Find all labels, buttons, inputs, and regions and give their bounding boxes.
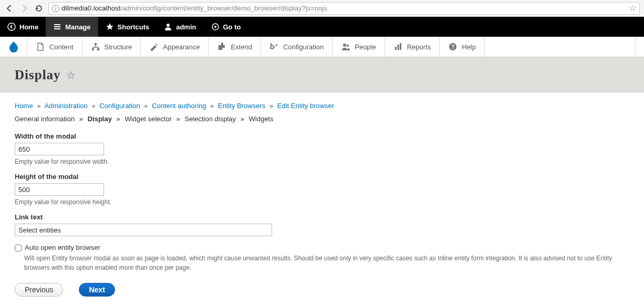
admin-menu-label: Extend [231, 43, 252, 51]
width-label: Width of the modal [15, 132, 629, 140]
breadcrumb-content-authoring[interactable]: Content authoring [152, 102, 206, 110]
admin-menu-extend[interactable]: Extend [209, 37, 261, 57]
admin-menu-label: Structure [105, 43, 132, 51]
admin-menu-label: Content [49, 43, 74, 51]
admin-menu-configuration[interactable]: Configuration [261, 37, 333, 57]
content-icon [36, 42, 45, 51]
toolbar-manage[interactable]: Manage [46, 17, 98, 37]
url-host: d8media0.localhost [61, 4, 120, 12]
target-icon [211, 23, 220, 31]
svg-rect-6 [97, 48, 99, 50]
auto-open-checkbox[interactable] [15, 245, 22, 251]
extend-icon [217, 42, 226, 51]
help-icon: ? [448, 42, 458, 51]
forward-button[interactable] [19, 3, 29, 14]
svg-rect-10 [397, 45, 399, 50]
svg-point-3 [214, 26, 216, 28]
title-region: Display ☆ [0, 57, 644, 92]
url-path: /admin/config/content/entity_browser/dem… [120, 4, 327, 12]
breadcrumb-configuration[interactable]: Configuration [99, 102, 140, 110]
svg-rect-11 [400, 43, 401, 50]
site-info-icon[interactable]: i [52, 5, 59, 12]
appearance-icon [149, 42, 159, 51]
breadcrumb-home[interactable]: Home [15, 102, 33, 110]
admin-menu-appearance[interactable]: Appearance [141, 37, 209, 57]
breadcrumb-sep: » [37, 102, 40, 110]
address-bar[interactable]: i d8media0.localhost/admin/config/conten… [48, 2, 640, 15]
width-description: Empty value for responsive width. [15, 158, 629, 165]
form-actions: Previous Next [15, 283, 629, 297]
admin-menu-content[interactable]: Content [27, 37, 82, 57]
admin-menu-help[interactable]: ? Help [440, 37, 485, 57]
previous-button[interactable]: Previous [15, 283, 63, 297]
user-icon [164, 23, 172, 31]
toolbar-home-label: Home [19, 23, 38, 31]
admin-menu-reports[interactable]: Reports [385, 37, 440, 57]
width-input[interactable] [15, 143, 104, 155]
svg-point-8 [347, 45, 349, 47]
hamburger-icon [53, 23, 61, 31]
breadcrumb-administration[interactable]: Administration [44, 102, 87, 110]
step-display: Display [88, 115, 112, 123]
configuration-icon [269, 42, 279, 51]
breadcrumb-edit[interactable]: Edit Entity browser [277, 102, 334, 110]
svg-point-1 [167, 24, 170, 27]
admin-menu: Content Structure Appearance Extend Conf… [0, 37, 644, 57]
svg-rect-4 [95, 43, 97, 45]
people-icon [341, 42, 350, 51]
link-text-label: Link text [15, 213, 629, 221]
drupal-logo[interactable] [0, 37, 27, 57]
page-title: Display [15, 68, 61, 82]
back-button[interactable] [4, 3, 15, 14]
content-region: Home » Administration » Configuration » … [0, 92, 644, 306]
admin-menu-people[interactable]: People [333, 37, 385, 57]
auto-open-description: Will open Entity browser modal as soon a… [24, 254, 629, 272]
toolbar-manage-label: Manage [65, 23, 90, 31]
drupal-icon [7, 40, 20, 53]
svg-rect-5 [92, 48, 94, 50]
step-widgets: Widgets [249, 115, 274, 123]
admin-menu-spacer [485, 37, 636, 57]
admin-menu-label: Help [462, 43, 476, 51]
height-label: Height of the modal [15, 173, 629, 181]
svg-point-7 [343, 44, 346, 47]
back-to-site-icon [7, 23, 16, 31]
auto-open-label[interactable]: Auto open entity browser [25, 244, 100, 251]
step-selection-display: Selection display [184, 115, 236, 123]
height-description: Empty value for responsive height. [15, 198, 629, 206]
link-text-input[interactable] [15, 224, 272, 236]
toolbar-goto-label: Go to [223, 23, 241, 31]
toolbar-home[interactable]: Home [0, 17, 46, 37]
reload-button[interactable] [34, 3, 44, 14]
admin-menu-label: Reports [407, 43, 431, 51]
breadcrumb-sep: » [210, 102, 214, 110]
reports-icon [393, 42, 403, 51]
toolbar-goto[interactable]: Go to [204, 17, 248, 37]
shortcut-star-icon[interactable]: ☆ [66, 69, 76, 81]
star-icon [106, 23, 114, 31]
admin-menu-label: Appearance [163, 43, 200, 51]
next-button[interactable]: Next [79, 283, 115, 297]
toolbar-shortcuts-label: Shortcuts [118, 23, 150, 31]
bookmark-star-icon[interactable]: ☆ [629, 3, 636, 13]
breadcrumb: Home » Administration » Configuration » … [15, 102, 629, 110]
step-general: General information [15, 115, 75, 123]
breadcrumb-sep: » [144, 102, 148, 110]
height-input[interactable] [15, 183, 104, 196]
toolbar-user[interactable]: admin [157, 17, 203, 37]
toolbar-user-label: admin [176, 23, 196, 31]
admin-toolbar: Home Manage Shortcuts admin Go to [0, 17, 644, 37]
svg-text:?: ? [451, 44, 454, 50]
structure-icon [91, 42, 100, 51]
admin-menu-orientation-toggle[interactable] [636, 37, 644, 57]
svg-point-0 [8, 23, 15, 30]
admin-menu-label: Configuration [283, 43, 324, 51]
breadcrumb-sep: » [91, 102, 95, 110]
wizard-steps: General information » Display » Widget s… [15, 115, 629, 123]
step-widget-selector: Widget selector [124, 115, 172, 123]
svg-rect-9 [395, 47, 397, 50]
admin-menu-structure[interactable]: Structure [82, 37, 141, 57]
browser-chrome: i d8media0.localhost/admin/config/conten… [0, 0, 644, 17]
breadcrumb-entity-browsers[interactable]: Entity Browsers [218, 102, 265, 110]
toolbar-shortcuts[interactable]: Shortcuts [98, 17, 157, 37]
